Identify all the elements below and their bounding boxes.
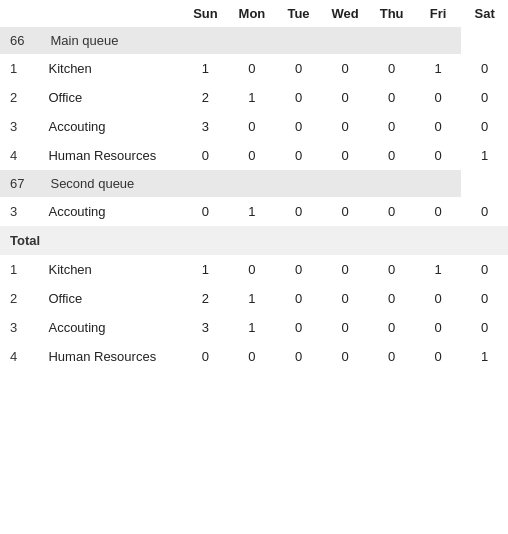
cell-sun: 0 — [182, 342, 229, 371]
cell-wed: 0 — [322, 141, 369, 170]
header-row: Sun Mon Tue Wed Thu Fri Sat — [0, 0, 508, 27]
cell-wed: 0 — [322, 83, 369, 112]
cell-wed: 0 — [322, 54, 369, 83]
cell-tue: 0 — [275, 54, 322, 83]
col-sun-header: Sun — [182, 0, 229, 27]
cell-name: Accouting — [40, 313, 182, 342]
table-row: 3Accouting3100000 — [0, 313, 508, 342]
cell-fri: 0 — [415, 112, 462, 141]
cell-fri: 1 — [415, 255, 462, 284]
group-name: Main queue — [40, 27, 461, 54]
cell-mon: 0 — [229, 342, 276, 371]
cell-id: 4 — [0, 141, 40, 170]
col-id-header — [0, 0, 40, 27]
cell-mon: 1 — [229, 313, 276, 342]
cell-thu: 0 — [368, 284, 415, 313]
group-header-row: 67Second queue — [0, 170, 508, 197]
cell-sun: 0 — [182, 141, 229, 170]
table-row: 4Human Resources0000001 — [0, 141, 508, 170]
cell-sat: 0 — [461, 83, 508, 112]
cell-id: 3 — [0, 112, 40, 141]
group-id: 67 — [0, 170, 40, 197]
cell-id: 2 — [0, 284, 40, 313]
cell-name: Office — [40, 284, 182, 313]
cell-fri: 0 — [415, 83, 462, 112]
cell-id: 1 — [0, 54, 40, 83]
cell-fri: 0 — [415, 342, 462, 371]
cell-thu: 0 — [368, 342, 415, 371]
cell-thu: 0 — [368, 83, 415, 112]
schedule-table: Sun Mon Tue Wed Thu Fri Sat 66Main queue… — [0, 0, 508, 371]
cell-wed: 0 — [322, 197, 369, 226]
cell-sun: 2 — [182, 83, 229, 112]
col-mon-header: Mon — [229, 0, 276, 27]
cell-sun: 1 — [182, 255, 229, 284]
cell-tue: 0 — [275, 141, 322, 170]
cell-wed: 0 — [322, 342, 369, 371]
cell-sat: 0 — [461, 313, 508, 342]
cell-id: 4 — [0, 342, 40, 371]
table-row: 4Human Resources0000001 — [0, 342, 508, 371]
cell-name: Accouting — [40, 112, 182, 141]
table-row: 3Accouting3000000 — [0, 112, 508, 141]
table-row: 1Kitchen1000010 — [0, 54, 508, 83]
cell-thu: 0 — [368, 141, 415, 170]
cell-thu: 0 — [368, 54, 415, 83]
cell-fri: 0 — [415, 313, 462, 342]
group-header-row: 66Main queue — [0, 27, 508, 54]
cell-tue: 0 — [275, 83, 322, 112]
cell-mon: 0 — [229, 255, 276, 284]
cell-id: 3 — [0, 197, 40, 226]
cell-sat: 0 — [461, 284, 508, 313]
cell-wed: 0 — [322, 284, 369, 313]
cell-sun: 3 — [182, 313, 229, 342]
col-name-header — [40, 0, 182, 27]
cell-mon: 1 — [229, 284, 276, 313]
cell-id: 3 — [0, 313, 40, 342]
col-tue-header: Tue — [275, 0, 322, 27]
cell-tue: 0 — [275, 197, 322, 226]
cell-fri: 0 — [415, 284, 462, 313]
cell-sat: 0 — [461, 255, 508, 284]
cell-tue: 0 — [275, 313, 322, 342]
total-header-row: Total — [0, 226, 508, 255]
col-wed-header: Wed — [322, 0, 369, 27]
col-sat-header: Sat — [461, 0, 508, 27]
cell-id: 1 — [0, 255, 40, 284]
cell-fri: 0 — [415, 141, 462, 170]
table-row: 3Accouting0100000 — [0, 197, 508, 226]
table-row: 2Office2100000 — [0, 284, 508, 313]
cell-wed: 0 — [322, 313, 369, 342]
cell-thu: 0 — [368, 197, 415, 226]
col-fri-header: Fri — [415, 0, 462, 27]
cell-tue: 0 — [275, 342, 322, 371]
cell-id: 2 — [0, 83, 40, 112]
cell-name: Accouting — [40, 197, 182, 226]
cell-sat: 1 — [461, 141, 508, 170]
total-label: Total — [0, 226, 508, 255]
cell-name: Office — [40, 83, 182, 112]
cell-name: Human Resources — [40, 141, 182, 170]
cell-mon: 0 — [229, 112, 276, 141]
cell-tue: 0 — [275, 255, 322, 284]
cell-sun: 0 — [182, 197, 229, 226]
cell-sat: 0 — [461, 54, 508, 83]
cell-sun: 1 — [182, 54, 229, 83]
group-name: Second queue — [40, 170, 461, 197]
col-thu-header: Thu — [368, 0, 415, 27]
cell-sat: 1 — [461, 342, 508, 371]
cell-mon: 1 — [229, 197, 276, 226]
cell-sun: 2 — [182, 284, 229, 313]
cell-sat: 0 — [461, 112, 508, 141]
cell-thu: 0 — [368, 112, 415, 141]
cell-name: Kitchen — [40, 255, 182, 284]
cell-sat: 0 — [461, 197, 508, 226]
cell-mon: 0 — [229, 141, 276, 170]
cell-thu: 0 — [368, 255, 415, 284]
cell-wed: 0 — [322, 112, 369, 141]
cell-fri: 1 — [415, 54, 462, 83]
cell-mon: 0 — [229, 54, 276, 83]
cell-wed: 0 — [322, 255, 369, 284]
cell-thu: 0 — [368, 313, 415, 342]
cell-name: Human Resources — [40, 342, 182, 371]
